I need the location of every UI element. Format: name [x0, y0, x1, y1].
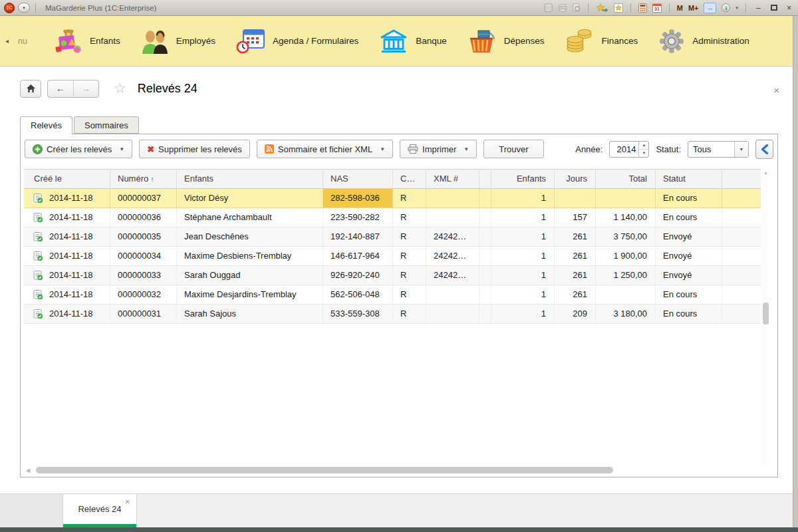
cell-enfants[interactable]: 1 [491, 208, 555, 227]
save-icon[interactable] [544, 3, 553, 12]
cell-statut[interactable]: Envoyé [656, 247, 722, 265]
vertical-scrollbar[interactable]: ▲ [761, 169, 770, 466]
cell-jours[interactable]: 261 [555, 247, 596, 265]
cell-name[interactable]: Maxime Desbiens-Tremblay [177, 247, 323, 265]
cell-fill[interactable] [722, 227, 761, 246]
cell-sp[interactable] [479, 305, 491, 323]
cell-enfants[interactable]: 1 [491, 247, 555, 265]
preview-icon[interactable] [573, 3, 581, 12]
cell-statut[interactable]: En cours [656, 305, 722, 323]
col-header-statut[interactable]: Statut [656, 170, 722, 188]
cell-fill[interactable] [722, 189, 761, 207]
cell-xml[interactable] [426, 208, 479, 227]
spin-up-icon[interactable]: ▲ [639, 142, 648, 150]
cell-statut[interactable]: Envoyé [656, 227, 722, 246]
scroll-left-icon[interactable]: ◀ [26, 467, 30, 473]
tab-sommaires[interactable]: Sommaires [74, 116, 139, 134]
cell-date[interactable]: 2014-11-18 [24, 266, 110, 285]
col-header-name[interactable]: Enfants [177, 170, 323, 188]
cell-total[interactable] [596, 285, 656, 304]
col-header-enfants[interactable]: Enfants [491, 170, 555, 188]
table-row[interactable]: 2014-11-18000000032Maxime Desjardins-Tre… [24, 285, 761, 305]
cell-numero[interactable]: 000000033 [110, 266, 177, 285]
calculator-icon[interactable] [638, 3, 647, 13]
col-header-jours[interactable]: Jours [555, 170, 596, 188]
table-row[interactable]: 2014-11-18000000036Stéphane Archambault2… [24, 208, 761, 227]
cell-sp[interactable] [479, 189, 491, 207]
add-favorite-icon[interactable] [596, 3, 608, 13]
cell-name[interactable]: Victor Désy [177, 189, 323, 207]
cell-total[interactable]: 3 750,00 [596, 227, 656, 246]
cell-name[interactable]: Sarah Ouggad [177, 266, 323, 285]
table-row[interactable]: 2014-11-18000000035Jean Deschênes192-140… [24, 227, 761, 247]
print-icon[interactable] [558, 4, 567, 12]
nav-depenses[interactable]: Dépenses [467, 28, 545, 55]
info-caret-icon[interactable]: ▾ [735, 5, 738, 11]
close-window-button[interactable]: × [784, 3, 794, 13]
spin-down-icon[interactable]: ▼ [639, 150, 648, 157]
close-form-button[interactable]: × [773, 84, 779, 96]
system-menu-button[interactable]: ▾ [18, 3, 30, 13]
nav-administration[interactable]: Administration [658, 27, 749, 55]
info-button[interactable]: i [722, 3, 730, 12]
cell-numero[interactable]: 000000037 [110, 189, 177, 207]
tab-close-icon[interactable]: ✕ [125, 499, 130, 505]
nav-banque[interactable]: Banque [378, 28, 447, 55]
dropdown-caret-icon[interactable]: ▼ [119, 146, 124, 152]
cell-fill[interactable] [722, 247, 761, 265]
cell-enfants[interactable]: 1 [491, 266, 555, 285]
cell-numero[interactable]: 000000031 [110, 305, 177, 323]
cell-c[interactable]: R [393, 247, 426, 265]
col-header-numero[interactable]: Numéro ↑ [110, 170, 177, 188]
nav-agenda[interactable]: Agenda / Formulaires [235, 28, 358, 55]
cell-date[interactable]: 2014-11-18 [24, 305, 110, 323]
cell-xml[interactable] [426, 305, 479, 323]
dropdown-caret-icon[interactable]: ▼ [380, 146, 385, 152]
year-spinner[interactable]: 2014 ▲▼ [609, 141, 649, 158]
nav-employes[interactable]: Employés [140, 28, 215, 55]
xml-summary-button[interactable]: Sommaire et fichier XML▼ [257, 140, 393, 158]
memory-button[interactable]: M [677, 4, 683, 12]
cell-c[interactable]: R [393, 305, 426, 323]
home-button[interactable] [20, 80, 41, 98]
cell-c[interactable]: R [393, 285, 426, 304]
favorite-star-icon[interactable]: ☆ [114, 80, 126, 96]
cell-enfants[interactable]: 1 [491, 305, 555, 323]
cell-statut[interactable]: En cours [656, 189, 722, 207]
cell-date[interactable]: 2014-11-18 [24, 189, 110, 207]
cell-total[interactable]: 1 140,00 [596, 208, 656, 227]
cell-nas[interactable]: 533-559-308 [323, 305, 393, 323]
calendar-icon[interactable]: 31 [652, 3, 662, 13]
cell-enfants[interactable]: 1 [491, 189, 555, 207]
dropdown-caret-icon[interactable]: ▼ [734, 142, 748, 157]
cell-xml[interactable] [426, 189, 479, 207]
forward-button[interactable]: → [74, 80, 99, 97]
minimize-button[interactable]: – [753, 3, 763, 13]
cell-fill[interactable] [722, 285, 761, 304]
cell-enfants[interactable]: 1 [491, 227, 555, 246]
col-header-date[interactable]: Créé le [24, 170, 110, 188]
cell-jours[interactable]: 261 [555, 266, 596, 285]
memory-plus-button[interactable]: M+ [688, 4, 699, 12]
bottom-tab-releves[interactable]: ✕ Relevés 24 [63, 494, 137, 527]
cell-name[interactable]: Sarah Sajous [177, 305, 323, 323]
col-header-c[interactable]: C… [393, 170, 426, 188]
col-header-nas[interactable]: NAS [323, 170, 393, 188]
cell-nas[interactable]: 926-920-240 [323, 266, 393, 285]
cell-jours[interactable]: 157 [555, 208, 596, 227]
cell-nas[interactable]: 223-590-282 [323, 208, 393, 227]
cell-nas[interactable]: 562-506-048 [323, 285, 393, 304]
col-header-sp[interactable] [479, 170, 491, 188]
back-button[interactable]: ← [48, 80, 74, 97]
width-toggle-button[interactable]: ⇔ [704, 3, 716, 13]
cell-nas[interactable]: 192-140-887 [323, 227, 393, 246]
horizontal-scroll-thumb[interactable] [36, 467, 613, 473]
cell-date[interactable]: 2014-11-18 [24, 208, 110, 227]
cell-c[interactable]: R [393, 189, 426, 207]
cell-name[interactable]: Stéphane Archambault [177, 208, 323, 227]
menu-collapse-icon[interactable]: ◂ [5, 37, 9, 45]
table-row[interactable]: 2014-11-18000000034Maxime Desbiens-Tremb… [24, 247, 761, 266]
nav-enfants[interactable]: Enfants [54, 27, 120, 56]
table-row[interactable]: 2014-11-18000000031Sarah Sajous533-559-3… [24, 305, 761, 324]
tab-releves[interactable]: Relevés [20, 116, 72, 134]
